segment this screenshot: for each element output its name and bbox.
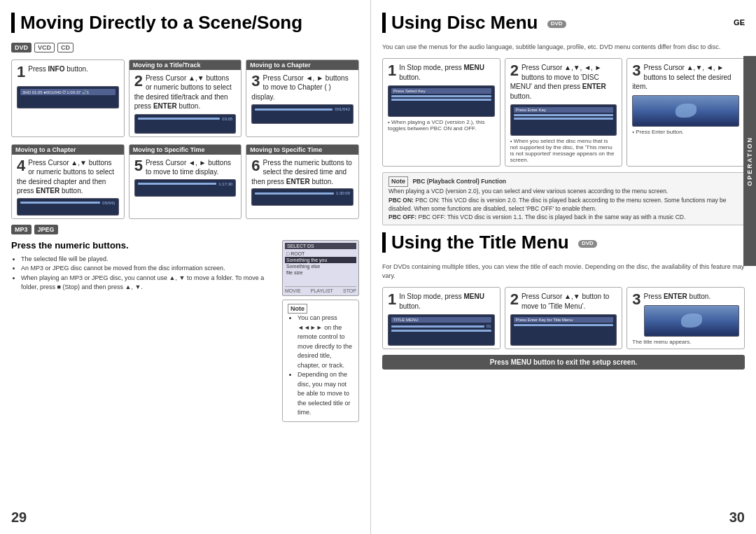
step6-screen: 1:30:00 <box>251 188 354 206</box>
format-badges: DVD VCD CD <box>11 43 359 52</box>
disc-step2-bullet: • When you select the disc menu that is … <box>510 138 617 163</box>
left-page: Moving Directly to a Scene/Song DVD VCD … <box>0 0 371 534</box>
cd-badge: CD <box>57 43 74 52</box>
title-step3-bullet: The title menu appears. <box>632 339 739 345</box>
mp3-screen-title: SELECT DS <box>285 243 356 249</box>
note-box: Note You can press ◄◄►► on the remote co… <box>282 300 359 422</box>
ge-label: GE <box>734 18 745 27</box>
disc-step2-num: 2 <box>510 63 519 78</box>
mp3-btn-playlist: PLAYLIST <box>311 288 333 293</box>
ss-num5: 1:30:00 <box>336 191 350 195</box>
disc-step1-text: In Stop mode, press MENU button. <box>388 63 495 82</box>
step1-num: 1 <box>17 64 25 80</box>
disc-step1-num: 1 <box>388 63 396 78</box>
note-bullet-1: You can press ◄◄►► on the remote control… <box>298 314 354 370</box>
pbc-title: PBC (Playback Control) Function <box>412 178 506 185</box>
ss-num3: 05/041 <box>102 201 115 205</box>
step5-screen: 1:17:30 <box>134 179 237 197</box>
disc-step2-screen: Press Enter Key <box>510 104 617 136</box>
specific-time-header1: Moving to Specific Time <box>130 145 241 155</box>
mp3-bullets: The selected file will be played. An MP3… <box>11 255 275 293</box>
operation-label: OPERATION <box>746 136 753 186</box>
note-bullets: You can press ◄◄►► on the remote control… <box>288 314 354 418</box>
right-page: Using Disc Menu DVD GE You can use the m… <box>371 0 756 534</box>
title-step2-text: Press Cursor ▲,▼ button to move to 'Titl… <box>510 292 617 311</box>
title-menu-intro: For DVDs containing multiple titles, you… <box>382 262 745 280</box>
title-menu-heading: Using the Title Menu DVD <box>382 232 745 253</box>
title-step2-num: 2 <box>510 292 519 307</box>
step1-screen: 3HD 01:05 ●001/040 ⏱1:00:37 🔊1 <box>17 86 119 108</box>
step3-text: Press Cursor ◄, ► buttons to move to Cha… <box>251 73 354 102</box>
mp3-bullet-1: The selected file will be played. <box>21 255 275 265</box>
step3-num: 3 <box>251 73 260 89</box>
title-step1-screen: TITLE MENU 01 <box>388 314 495 346</box>
step6-block: Moving to Specific Time 6 Press the nume… <box>246 144 359 219</box>
disc-menu-badge: DVD <box>547 20 566 28</box>
operation-sidebar: OPERATION <box>743 56 756 266</box>
specific-time-header2: Moving to Specific Time <box>246 145 358 155</box>
step1-text: Press INFO button. <box>17 64 119 74</box>
disc-menu-intro: You can use the menus for the audio lang… <box>382 43 745 52</box>
title-step3-num: 3 <box>632 292 640 307</box>
disc-step1-screen: Press Select Key <box>388 85 495 117</box>
mp3-badge: MP3 <box>11 225 31 234</box>
step5-num: 5 <box>134 158 143 174</box>
dolphin-shape <box>676 104 696 118</box>
disc-step3-bullet: • Press Enter button. <box>632 129 739 135</box>
title-step3-text: Press ENTER button. <box>632 292 739 302</box>
mp3-bullet-3: When playing an MP3 or JPEG disc, you ca… <box>21 274 275 293</box>
disc-step3-num: 3 <box>632 63 640 78</box>
title-step1-text: In Stop mode, press MENU button. <box>388 292 495 311</box>
title-menu-badge: DVD <box>578 240 597 248</box>
mp3-item-2: Something else <box>285 263 356 269</box>
step2-num: 2 <box>134 73 143 89</box>
pbc-off-label: PBC OFF: <box>388 213 416 220</box>
chapter-header2: Moving to a Chapter <box>12 145 124 155</box>
step2-text: Press Cursor ▲,▼ buttons or numeric butt… <box>134 73 237 111</box>
step2-block: Moving to a Title/Track 2 Press Cursor ▲… <box>129 59 242 137</box>
mp3-buttons: MOVIE PLAYLIST STOP <box>285 286 356 293</box>
title-step2-screen: Press Enter Key for Title Menu <box>510 314 617 346</box>
step5-block: Moving to Specific Time 5 Press Cursor ◄… <box>129 144 242 219</box>
mp3-badges: MP3 JPEG <box>11 225 359 234</box>
step5-text: Press Cursor ◄, ► buttons to move to tim… <box>134 158 237 177</box>
ss-num4: 1:17:30 <box>218 182 232 186</box>
mp3-item-1: Something the you <box>285 257 356 263</box>
dvd-badge: DVD <box>11 43 31 52</box>
disc-step1-bullet: • When playing a VCD (version 2.), this … <box>388 119 495 132</box>
step3-block: Moving to a Chapter 3 Press Cursor ◄, ► … <box>246 59 359 137</box>
vcd-badge: VCD <box>34 43 55 52</box>
mp3-item-0: □ ROOT <box>285 251 356 257</box>
title-step1-block: 1 In Stop mode, press MENU button. TITLE… <box>382 287 500 349</box>
disc-step3-screen <box>632 95 739 127</box>
title-step1-num: 1 <box>388 292 396 307</box>
disc-step1-block: 1 In Stop mode, press MENU button. Press… <box>382 58 500 167</box>
step2-screen: 03:05 <box>134 114 237 134</box>
mp3-text-col: Press the numeric buttons. The selected … <box>11 240 275 293</box>
pbc-on-label: PBC ON: <box>388 197 414 204</box>
title-track-header: Moving to a Title/Track <box>130 60 241 70</box>
chapter-header1: Moving to a Chapter <box>246 60 358 70</box>
left-page-title: Moving Directly to a Scene/Song <box>11 13 359 33</box>
dolphin-shape2 <box>681 314 702 328</box>
title-ss1: TITLE MENU <box>391 317 491 323</box>
title-step3-block: 3 Press ENTER button. The title menu app… <box>626 287 745 349</box>
right-page-number: 30 <box>729 510 745 526</box>
disc-menu-title: Using Disc Menu DVD GE <box>382 13 745 33</box>
mp3-btn-movie: MOVIE <box>285 288 301 293</box>
disc-step2-text: Press Cursor ▲,▼, ◄, ► buttons to move t… <box>510 63 617 101</box>
mp3-step-text: Press the numeric buttons. <box>11 240 275 251</box>
note-label: Note <box>288 304 307 314</box>
mp3-item-3: file size <box>285 269 356 276</box>
step3-screen: 001/042 <box>251 104 354 124</box>
title-step3-screen <box>644 305 739 337</box>
mp3-section: MP3 JPEG Press the numeric buttons. The … <box>11 225 359 422</box>
title-step2-block: 2 Press Cursor ▲,▼ button to move to 'Ti… <box>505 287 623 349</box>
pbc-note: Note PBC (Playback Control) Function Whe… <box>382 172 745 225</box>
left-page-number: 29 <box>11 510 27 526</box>
ss-title: 3HD 01:05 ●001/040 ⏱1:00:37 🔊1 <box>20 89 115 95</box>
step4-num: 4 <box>17 158 25 174</box>
step4-screen: 05/041 <box>17 198 119 216</box>
ss-num2: 001/042 <box>335 107 350 111</box>
step4-text: Press Cursor ▲,▼ buttons or numeric butt… <box>17 158 119 196</box>
